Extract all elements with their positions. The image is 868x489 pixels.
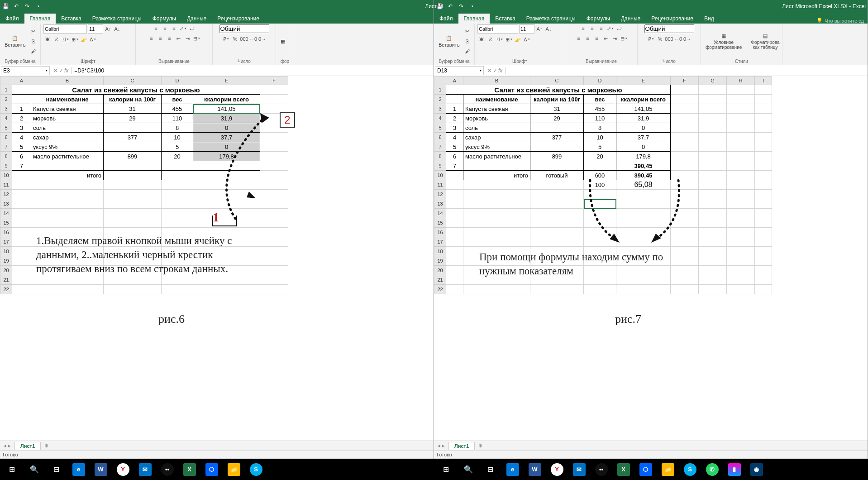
cell[interactable] [193,199,260,209]
number-format-select[interactable] [644,24,694,33]
tab-insert[interactable]: Вставка [56,14,87,24]
cell[interactable] [530,142,584,152]
cell[interactable] [530,209,584,218]
cell[interactable] [31,190,104,199]
cell[interactable] [530,180,584,190]
cell[interactable] [699,180,727,190]
cell[interactable]: 7 [446,161,463,171]
name-box[interactable]: D13▾ [435,66,484,75]
cell[interactable] [699,237,727,247]
cell[interactable]: 1 [12,104,31,114]
cell[interactable] [616,285,671,294]
cell[interactable] [104,190,162,199]
dropbox-icon[interactable]: ⬡ [635,460,656,479]
qat-more-icon[interactable] [34,3,42,10]
cell[interactable]: наименование [463,95,530,104]
cell[interactable] [671,218,699,228]
cell[interactable] [727,104,755,114]
redo-icon[interactable]: ↷ [458,3,465,10]
cell[interactable]: 2 [446,114,463,123]
app-icon[interactable]: ▮ [724,460,744,479]
underline-button[interactable]: Ч [496,35,504,43]
cell[interactable]: 4 [12,133,31,142]
start-button[interactable]: ⊞ [436,460,456,479]
cell[interactable]: 1 [446,104,463,114]
tab-home[interactable]: Главная [458,14,490,24]
cell[interactable] [193,180,260,190]
cell[interactable] [616,209,671,218]
cell[interactable]: вес [162,95,193,104]
cell[interactable] [162,161,193,171]
cell[interactable] [699,104,727,114]
decrease-font-icon[interactable]: A↓ [544,25,553,33]
cell[interactable] [260,275,288,285]
cell[interactable] [699,114,727,123]
border-button[interactable]: ⊞ [71,35,79,43]
format-painter-icon[interactable]: 🖌 [29,47,38,55]
cell[interactable] [699,152,727,161]
cell[interactable] [616,237,671,247]
cell[interactable] [162,190,193,199]
excel-icon[interactable]: X [179,460,200,479]
undo-icon[interactable]: ↶ [447,3,454,10]
cell[interactable]: 100 [584,180,616,190]
underline-button[interactable]: Ч [62,35,70,43]
cell[interactable] [193,285,260,294]
cell[interactable] [530,228,584,237]
cell[interactable] [671,237,699,247]
sheet-nav-prev-icon[interactable]: ◂ [4,443,6,449]
cell[interactable] [12,275,31,285]
cell[interactable]: 8 [584,123,616,133]
cell[interactable] [699,133,727,142]
cond-format-button[interactable]: ▦ [279,38,287,45]
cell[interactable] [699,142,727,152]
cell[interactable] [699,85,727,95]
dec-decimal-icon[interactable]: 0→ [683,35,692,43]
cell[interactable] [193,161,260,171]
cell[interactable]: 6 [12,152,31,161]
indent-inc-icon[interactable]: ⇥ [611,34,619,43]
edge-icon[interactable]: e [502,460,523,479]
cell[interactable]: 4 [446,133,463,142]
skype-icon[interactable]: S [680,460,700,479]
cell[interactable] [162,180,193,190]
grid-area[interactable]: ABCDEFGHI1Салат из свежей капусты с морк… [434,76,868,441]
cell[interactable] [755,114,772,123]
cell[interactable]: 390,45 [616,161,671,171]
border-button[interactable]: ⊞ [505,35,513,43]
cell[interactable] [260,85,288,95]
thousands-button[interactable]: 000 [240,35,248,43]
cell[interactable]: 899 [104,152,162,161]
cell[interactable] [463,285,530,294]
cell[interactable] [671,161,699,171]
cell[interactable] [260,190,288,199]
cell[interactable]: 31 [104,104,162,114]
cell[interactable]: 10 [162,133,193,142]
formula-input[interactable]: =D3*C3/100 [72,67,434,74]
font-name-input[interactable] [43,24,87,34]
font-color-button[interactable]: A [523,35,531,43]
cell[interactable] [463,228,530,237]
cell[interactable] [31,209,104,218]
cell[interactable] [260,228,288,237]
cell[interactable] [463,209,530,218]
yandex-icon[interactable]: Y [547,460,567,479]
cell[interactable] [260,256,288,266]
sheet-nav-prev-icon[interactable]: ◂ [438,443,440,449]
cell[interactable] [446,228,463,237]
dropbox-icon[interactable]: ⬡ [201,460,222,479]
cell[interactable] [727,85,755,95]
cell[interactable]: ккалории всего [193,95,260,104]
cell[interactable] [530,161,584,171]
cell[interactable] [727,180,755,190]
cell[interactable] [104,161,162,171]
search-icon[interactable]: 🔍 [24,460,44,479]
whatsapp-icon[interactable]: ✆ [702,460,722,479]
undo-icon[interactable]: ↶ [13,3,20,10]
cell[interactable] [446,190,463,199]
cell[interactable] [463,237,530,247]
cell[interactable] [31,199,104,209]
cell[interactable] [260,161,288,171]
cell[interactable]: 600 [584,171,616,180]
mail-icon[interactable]: ✉ [569,460,589,479]
